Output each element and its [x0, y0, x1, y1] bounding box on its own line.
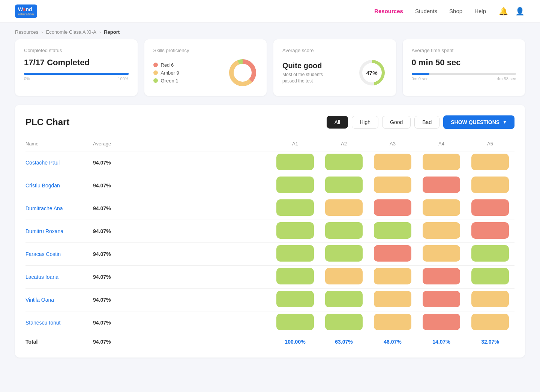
main-nav: Resources Students Shop Help	[374, 8, 486, 14]
progress-label-right: 100%	[118, 76, 128, 81]
skills-card: Skills proficiency Red 6 Amber 9 Green 1	[144, 39, 267, 96]
cell-green	[320, 174, 368, 197]
cell-amber	[417, 243, 466, 266]
completed-value: 17/17 Completed	[24, 58, 129, 67]
student-name[interactable]: Costache Paul	[26, 151, 93, 174]
total-a5: 32.07%	[466, 334, 514, 347]
time-label-right: 4m 58 sec	[497, 76, 516, 81]
cell-red	[466, 197, 514, 220]
table-row: Vintila Oana94.07%	[26, 289, 514, 311]
filter-good[interactable]: Good	[382, 116, 411, 129]
chevron-down-icon: ▼	[502, 120, 507, 125]
stats-row: Completed status 17/17 Completed 0% 100%…	[0, 39, 540, 105]
completed-progress-bar	[24, 73, 129, 75]
nav-help[interactable]: Help	[474, 8, 486, 14]
table-row: Dumitrache Ana94.07%	[26, 197, 514, 220]
cell-green	[271, 220, 320, 243]
time-label: Average time spent	[412, 48, 516, 53]
th-a4: A4	[417, 138, 466, 151]
cell-amber	[466, 311, 514, 334]
filter-all[interactable]: All	[327, 116, 348, 129]
student-name[interactable]: Cristiu Bogdan	[26, 174, 93, 197]
time-bar-fill	[412, 73, 429, 75]
cell-red	[368, 197, 417, 220]
completed-label: Completed status	[24, 48, 129, 53]
legend-green: Green 1	[153, 78, 179, 84]
amber-label: Amber 9	[161, 70, 179, 76]
plc-section: PLC Chart All High Good Bad SHOW QUESTIO…	[15, 105, 525, 358]
logo-box: Wand education	[15, 4, 37, 18]
table-row: Cristiu Bogdan94.07%	[26, 174, 514, 197]
student-avg: 94.07%	[93, 197, 271, 220]
table-row: Stanescu Ionut94.07%	[26, 311, 514, 334]
cell-green	[320, 289, 368, 311]
legend-amber: Amber 9	[153, 70, 179, 76]
cell-amber	[417, 197, 466, 220]
total-row: Total 94.07% 100.00% 63.07% 46.07% 14.07…	[26, 334, 514, 347]
th-a1: A1	[271, 138, 320, 151]
cell-red	[466, 220, 514, 243]
red-dot	[153, 63, 158, 67]
score-text: Quite good Most of the students passed t…	[282, 61, 335, 84]
header: Wand education Resources Students Shop H…	[0, 0, 540, 22]
student-name[interactable]: Dumitrache Ana	[26, 197, 93, 220]
bell-icon[interactable]: 🔔	[498, 6, 508, 16]
cell-amber	[466, 289, 514, 311]
student-avg: 94.07%	[93, 151, 271, 174]
th-a3: A3	[368, 138, 417, 151]
cell-green	[466, 243, 514, 266]
green-dot	[153, 78, 158, 83]
student-name[interactable]: Faracas Costin	[26, 243, 93, 266]
nav-resources[interactable]: Resources	[374, 8, 403, 14]
table-row: Dumitru Roxana94.07%	[26, 220, 514, 243]
time-card: Average time spent 0 min 50 sec 0m 0 sec…	[403, 39, 525, 96]
student-name[interactable]: Stanescu Ionut	[26, 311, 93, 334]
breadcrumb-sep-2: ›	[99, 29, 101, 35]
cell-green	[271, 197, 320, 220]
student-name[interactable]: Dumitru Roxana	[26, 220, 93, 243]
filter-bad[interactable]: Bad	[414, 116, 440, 129]
cell-amber	[320, 197, 368, 220]
green-label: Green 1	[161, 78, 178, 84]
th-a5: A5	[466, 138, 514, 151]
student-name[interactable]: Vintila Oana	[26, 289, 93, 311]
filter-high[interactable]: High	[352, 116, 378, 129]
score-title: Quite good	[282, 61, 335, 70]
filter-group: All High Good Bad SHOW QUESTIONS ▼	[327, 115, 514, 129]
cell-red	[417, 289, 466, 311]
nav-students[interactable]: Students	[415, 8, 437, 14]
table-header-row: Name Average A1 A2 A3 A4 A5	[26, 138, 514, 151]
th-name: Name	[26, 138, 93, 151]
breadcrumb-class[interactable]: Economie Clasa A XI-A	[46, 29, 96, 35]
score-body: Quite good Most of the students passed t…	[282, 58, 387, 88]
cell-green	[368, 220, 417, 243]
student-name[interactable]: Lacatus Ioana	[26, 266, 93, 289]
breadcrumb-sep-1: ›	[41, 29, 43, 35]
cell-red	[417, 311, 466, 334]
logo[interactable]: Wand education	[15, 4, 37, 18]
student-avg: 94.07%	[93, 220, 271, 243]
cell-green	[320, 311, 368, 334]
score-pct: 47%	[366, 70, 377, 76]
cell-green	[466, 266, 514, 289]
show-questions-button[interactable]: SHOW QUESTIONS ▼	[443, 115, 514, 129]
total-a2: 63.07%	[320, 334, 368, 347]
logo-text: Wand	[18, 6, 32, 12]
header-icons: 🔔 👤	[498, 6, 525, 16]
amber-dot	[153, 70, 158, 75]
breadcrumb-resources[interactable]: Resources	[15, 29, 38, 35]
completed-card: Completed status 17/17 Completed 0% 100%	[15, 39, 138, 96]
cell-amber	[417, 220, 466, 243]
red-label: Red 6	[161, 62, 174, 68]
progress-label-left: 0%	[24, 76, 30, 81]
score-subtitle: Most of the students passed the test	[282, 72, 335, 84]
table-row: Lacatus Ioana94.07%	[26, 266, 514, 289]
nav-shop[interactable]: Shop	[449, 8, 462, 14]
total-a1: 100.00%	[271, 334, 320, 347]
cell-amber	[368, 151, 417, 174]
user-icon[interactable]: 👤	[514, 6, 525, 16]
plc-table: Name Average A1 A2 A3 A4 A5 Costache Pau…	[26, 138, 514, 347]
student-avg: 94.07%	[93, 266, 271, 289]
student-avg: 94.07%	[93, 243, 271, 266]
total-a4: 14.07%	[417, 334, 466, 347]
